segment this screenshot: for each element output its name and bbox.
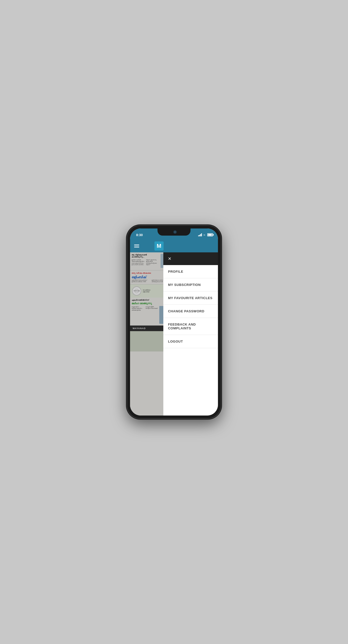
drawer-item-my-subscription[interactable]: MY SUBSCRIPTION [163, 278, 218, 292]
drawer-item-profile[interactable]: PROFILE [163, 265, 218, 278]
phone-screen: 8:30 ≈ M [130, 228, 218, 416]
drawer-item-change-password[interactable]: CHANGE PASSWORD [163, 305, 218, 318]
drawer-label-logout: LOGOUT [168, 340, 183, 343]
drawer-label-feedback-and-complaints: FEEDBACK AND COMPLAINTS [168, 323, 213, 330]
drawer-item-my-favourite-articles[interactable]: MY FAVOURITE ARTICLES [163, 292, 218, 305]
close-button[interactable]: × [168, 256, 171, 262]
status-icons: ≈ [198, 233, 213, 237]
phone-wrapper: 8:30 ≈ M [124, 223, 224, 421]
status-time: 8:30 [136, 233, 143, 237]
drawer-header: × [163, 252, 218, 265]
drawer-item-logout[interactable]: LOGOUT [163, 335, 218, 348]
drawer-menu: × PROFILE MY SUBSCRIPTION MY FAVOURITE A… [163, 252, 218, 416]
drawer-label-profile: PROFILE [168, 270, 183, 273]
drawer-items: PROFILE MY SUBSCRIPTION MY FAVOURITE ART… [163, 265, 218, 416]
battery-icon [207, 233, 213, 236]
hamburger-icon[interactable] [134, 244, 139, 248]
app-logo: M [154, 241, 164, 251]
camera [174, 231, 176, 233]
wifi-icon: ≈ [203, 233, 205, 237]
notch [157, 228, 191, 236]
phone-body: 8:30 ≈ M [127, 225, 221, 419]
drawer-label-my-favourite-articles: MY FAVOURITE ARTICLES [168, 296, 212, 300]
drawer-label-my-subscription: MY SUBSCRIPTION [168, 283, 201, 287]
signal-icon [198, 233, 202, 236]
drawer-label-change-password: CHANGE PASSWORD [168, 309, 204, 313]
drawer-item-feedback-and-complaints[interactable]: FEEDBACK AND COMPLAINTS [163, 318, 218, 335]
app-header: M [130, 240, 218, 252]
